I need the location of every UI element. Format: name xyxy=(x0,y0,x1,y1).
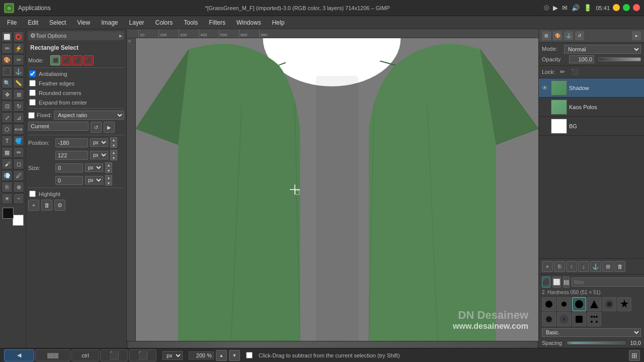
layer-bg[interactable]: 👁 BG xyxy=(539,117,644,136)
shear-tool[interactable]: ⊿ xyxy=(13,112,24,123)
close-button[interactable] xyxy=(633,4,640,11)
brush-item-2[interactable] xyxy=(557,297,571,311)
antialiasing-checkbox[interactable] xyxy=(29,70,36,77)
position-unit-select[interactable]: px xyxy=(90,138,108,147)
foreground-select-tool[interactable]: ⬛ xyxy=(2,66,13,77)
mode-intersect-btn[interactable]: ⬛ xyxy=(84,55,94,65)
zoom-tool[interactable]: 🔍 xyxy=(2,77,13,88)
text-tool[interactable]: T xyxy=(2,135,13,146)
tool-options-add-btn[interactable]: + xyxy=(28,200,39,211)
size-w-down-btn[interactable]: ▼ xyxy=(105,168,112,173)
blend-tool[interactable]: ▦ xyxy=(2,147,13,158)
pos-x-down-btn[interactable]: ▼ xyxy=(110,143,117,148)
free-select-tool[interactable]: ✏ xyxy=(2,43,13,54)
layer-up-btn[interactable]: ↑ xyxy=(566,261,577,272)
fuzzy-select-tool[interactable]: ⚡ xyxy=(13,43,24,54)
size-w-up-btn[interactable]: ▲ xyxy=(105,162,112,167)
lock-position-icon[interactable]: ⬛ xyxy=(570,67,579,76)
maximize-button[interactable] xyxy=(623,4,630,11)
brush-type-tab-3[interactable]: ▤ xyxy=(563,277,570,288)
brush-item-1[interactable] xyxy=(542,297,556,311)
align-tool[interactable]: ⊞ xyxy=(13,89,24,100)
current-apply-btn[interactable]: ▶ xyxy=(104,122,115,133)
brush-preset-select[interactable]: Basic. xyxy=(542,328,641,337)
ink-tool[interactable]: 🖊 xyxy=(13,170,24,181)
brush-filter-input[interactable] xyxy=(572,278,644,287)
lock-pixels-icon[interactable]: ✏ xyxy=(558,67,567,76)
nav-btn-2[interactable]: ▓▓▓ xyxy=(35,349,70,361)
opacity-input[interactable] xyxy=(569,55,594,63)
size-h-input[interactable] xyxy=(55,176,83,185)
position-spinner[interactable]: ▲ ▼ xyxy=(110,137,117,148)
brush-item-3[interactable] xyxy=(572,297,586,311)
brush-item-9[interactable] xyxy=(572,312,586,326)
channels-icon[interactable]: 🎨 xyxy=(553,31,562,40)
size-h-unit[interactable]: px xyxy=(85,176,103,185)
mode-subtract-btn[interactable]: ⬛ xyxy=(72,55,83,65)
crop-tool[interactable]: ⊡ xyxy=(2,101,13,112)
rounded-corners-checkbox[interactable] xyxy=(29,89,36,96)
expand-center-checkbox[interactable] xyxy=(29,99,36,106)
size-h-up-btn[interactable]: ▲ xyxy=(105,175,112,180)
layer-kaos-eye[interactable]: 👁 xyxy=(541,104,549,111)
foreground-color-box[interactable] xyxy=(3,208,14,219)
layer-shadow[interactable]: 👁 Shadow xyxy=(539,78,644,98)
layer-delete-btn[interactable]: 🗑 xyxy=(614,261,625,272)
fixed-checkbox[interactable] xyxy=(28,112,35,119)
menu-filters[interactable]: Filters xyxy=(204,18,230,28)
flip-tool[interactable]: ⟺ xyxy=(13,124,24,135)
size-h-down-btn[interactable]: ▼ xyxy=(105,180,112,186)
layer-bg-eye[interactable]: 👁 xyxy=(541,123,549,130)
size-w-input[interactable] xyxy=(55,163,83,172)
smudge-tool[interactable]: ~ xyxy=(13,193,24,204)
menu-tools[interactable]: Tools xyxy=(179,18,203,28)
brush-item-10[interactable] xyxy=(587,312,601,326)
pos-y-up-btn[interactable]: ▲ xyxy=(110,150,117,155)
undo-icon[interactable]: ↺ xyxy=(575,31,584,40)
position-x-input[interactable] xyxy=(55,138,88,147)
current-input[interactable] xyxy=(28,122,89,131)
status-checkbox[interactable] xyxy=(246,352,253,358)
rect-select-tool[interactable]: ⬜ xyxy=(2,31,13,42)
scissors-tool[interactable]: ✂ xyxy=(13,54,24,65)
menu-layer[interactable]: Layer xyxy=(124,18,149,28)
brush-item-7[interactable] xyxy=(542,312,556,326)
layer-mode-select[interactable]: Normal xyxy=(564,45,641,54)
zoom-up-btn[interactable]: ▲ xyxy=(216,350,227,361)
airbrush-tool[interactable]: 💨 xyxy=(2,170,13,181)
unit-select[interactable]: px xyxy=(163,351,183,360)
dodge-tool[interactable]: ☀ xyxy=(2,193,13,204)
mode-replace-btn[interactable]: ⬛ xyxy=(50,55,60,65)
nav-btn-3[interactable]: ⬛ xyxy=(100,349,128,361)
layer-add-btn[interactable]: + xyxy=(542,261,553,272)
opacity-slider[interactable] xyxy=(598,57,641,61)
layer-merge-btn[interactable]: ⊞ xyxy=(602,261,613,272)
bucket-fill-tool[interactable]: 🪣 xyxy=(13,135,24,146)
menu-select[interactable]: Select xyxy=(44,18,71,28)
nav-btn-ctrl[interactable]: ctrl xyxy=(71,349,99,361)
minimize-button[interactable] xyxy=(613,4,620,11)
menu-view[interactable]: View xyxy=(72,18,95,28)
perspective-tool[interactable]: ⬡ xyxy=(2,124,13,135)
menu-colors[interactable]: Colors xyxy=(150,18,178,28)
paths-panel-icon[interactable]: ⚓ xyxy=(564,31,573,40)
pos-y-down-btn[interactable]: ▼ xyxy=(110,155,117,160)
canvas-expand-btn[interactable]: ⊞ xyxy=(629,350,640,361)
menu-windows[interactable]: Windows xyxy=(231,18,266,28)
brush-item-4[interactable] xyxy=(587,297,601,311)
pencil-tool[interactable]: ✏ xyxy=(13,147,24,158)
layer-anchor-btn[interactable]: ⚓ xyxy=(590,261,601,272)
mode-add-btn[interactable]: ⬛ xyxy=(61,55,71,65)
measure-tool[interactable]: 📏 xyxy=(13,77,24,88)
layer-shadow-eye[interactable]: 👁 xyxy=(541,84,549,92)
scale-tool[interactable]: ⤢ xyxy=(2,112,13,123)
brush-item-5[interactable] xyxy=(602,297,616,311)
layer-duplicate-btn[interactable]: ⎘ xyxy=(554,261,565,272)
expand-icon[interactable]: ▸ xyxy=(119,32,122,39)
position-y-input[interactable] xyxy=(55,151,88,160)
pos-x-up-btn[interactable]: ▲ xyxy=(110,137,117,142)
paintbrush-tool[interactable]: 🖌 xyxy=(2,158,13,169)
tool-options-settings-btn[interactable]: ⚙ xyxy=(54,200,65,211)
zoom-input[interactable] xyxy=(189,351,214,359)
feather-edges-checkbox[interactable] xyxy=(29,80,36,86)
